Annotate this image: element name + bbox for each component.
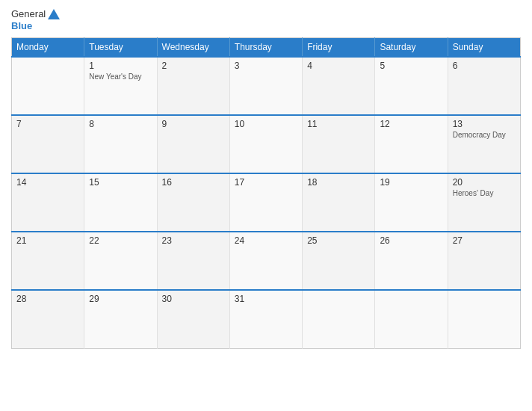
day-number: 21 bbox=[16, 235, 79, 246]
weekday-header-monday: Monday bbox=[12, 38, 84, 58]
day-number: 14 bbox=[16, 177, 79, 188]
calendar-cell: 7 bbox=[12, 115, 84, 173]
day-number: 31 bbox=[235, 294, 297, 304]
weekday-header-tuesday: Tuesday bbox=[84, 38, 157, 58]
calendar-cell: 10 bbox=[229, 115, 302, 173]
calendar-cell: 15 bbox=[84, 173, 157, 232]
calendar-cell: 20Heroes' Day bbox=[448, 173, 520, 232]
calendar-cell: 11 bbox=[303, 115, 375, 173]
week-row-1: 1New Year's Day23456 bbox=[12, 57, 521, 115]
calendar-cell: 23 bbox=[157, 232, 229, 290]
calendar-cell: 1New Year's Day bbox=[84, 57, 157, 115]
day-number: 12 bbox=[380, 119, 442, 129]
day-number: 13 bbox=[453, 119, 516, 129]
day-number: 2 bbox=[162, 61, 225, 71]
calendar-cell bbox=[448, 290, 520, 348]
calendar-page: General Blue MondayTuesdayWednesdayThurs… bbox=[0, 0, 532, 411]
day-number: 26 bbox=[380, 235, 442, 246]
weekday-header-friday: Friday bbox=[303, 38, 375, 58]
calendar-cell: 22 bbox=[84, 232, 157, 290]
week-row-3: 14151617181920Heroes' Day bbox=[12, 173, 521, 232]
weekday-row: MondayTuesdayWednesdayThursdayFridaySatu… bbox=[12, 38, 521, 58]
calendar-cell: 13Democracy Day bbox=[448, 115, 520, 173]
day-number: 3 bbox=[235, 61, 297, 71]
holiday-name: New Year's Day bbox=[89, 72, 152, 81]
calendar-cell: 18 bbox=[303, 173, 375, 232]
calendar-cell: 25 bbox=[303, 232, 375, 290]
calendar-cell: 6 bbox=[448, 57, 520, 115]
day-number: 5 bbox=[380, 61, 442, 71]
weekday-header-saturday: Saturday bbox=[375, 38, 448, 58]
day-number: 20 bbox=[453, 177, 516, 188]
calendar-cell: 26 bbox=[375, 232, 448, 290]
calendar-cell: 14 bbox=[12, 173, 84, 232]
calendar-header: MondayTuesdayWednesdayThursdayFridaySatu… bbox=[12, 38, 521, 58]
calendar-cell: 19 bbox=[375, 173, 448, 232]
calendar-cell: 27 bbox=[448, 232, 520, 290]
day-number: 7 bbox=[16, 119, 79, 129]
logo-general-text: General bbox=[11, 9, 46, 19]
calendar-cell: 5 bbox=[375, 57, 448, 115]
weekday-header-wednesday: Wednesday bbox=[157, 38, 229, 58]
holiday-name: Heroes' Day bbox=[453, 189, 516, 197]
calendar-cell: 8 bbox=[84, 115, 157, 173]
day-number: 1 bbox=[89, 61, 152, 71]
day-number: 22 bbox=[89, 235, 152, 246]
day-number: 11 bbox=[307, 119, 370, 129]
day-number: 27 bbox=[453, 235, 516, 246]
day-number: 15 bbox=[89, 177, 152, 188]
day-number: 16 bbox=[162, 177, 225, 188]
calendar-cell: 31 bbox=[229, 290, 302, 348]
day-number: 24 bbox=[235, 235, 297, 246]
logo-triangle-icon bbox=[47, 7, 61, 21]
weekday-header-thursday: Thursday bbox=[229, 38, 302, 58]
calendar-cell: 30 bbox=[157, 290, 229, 348]
day-number: 23 bbox=[162, 235, 225, 246]
calendar-cell: 2 bbox=[157, 57, 229, 115]
calendar-cell: 24 bbox=[229, 232, 302, 290]
day-number: 9 bbox=[162, 119, 225, 129]
calendar-cell: 17 bbox=[229, 173, 302, 232]
calendar-table: MondayTuesdayWednesdayThursdayFridaySatu… bbox=[11, 37, 521, 349]
weekday-header-sunday: Sunday bbox=[448, 38, 520, 58]
day-number: 6 bbox=[453, 61, 516, 71]
header: General Blue bbox=[11, 7, 521, 31]
calendar-cell: 3 bbox=[229, 57, 302, 115]
calendar-cell bbox=[12, 57, 84, 115]
calendar-cell: 21 bbox=[12, 232, 84, 290]
calendar-cell bbox=[303, 290, 375, 348]
day-number: 10 bbox=[235, 119, 297, 129]
holiday-name: Democracy Day bbox=[453, 131, 516, 139]
day-number: 30 bbox=[162, 294, 225, 304]
calendar-cell: 28 bbox=[12, 290, 84, 348]
day-number: 17 bbox=[235, 177, 297, 188]
calendar-cell: 4 bbox=[303, 57, 375, 115]
day-number: 19 bbox=[380, 177, 442, 188]
day-number: 25 bbox=[307, 235, 370, 246]
day-number: 18 bbox=[307, 177, 370, 188]
week-row-5: 28293031 bbox=[12, 290, 521, 348]
calendar-cell: 12 bbox=[375, 115, 448, 173]
calendar-cell: 16 bbox=[157, 173, 229, 232]
day-number: 4 bbox=[307, 61, 370, 71]
calendar-cell: 29 bbox=[84, 290, 157, 348]
week-row-2: 78910111213Democracy Day bbox=[12, 115, 521, 173]
svg-marker-0 bbox=[48, 9, 60, 19]
day-number: 28 bbox=[16, 294, 79, 304]
calendar-body: 1New Year's Day2345678910111213Democracy… bbox=[12, 57, 521, 348]
calendar-cell bbox=[375, 290, 448, 348]
day-number: 8 bbox=[89, 119, 152, 129]
logo-blue-text: Blue bbox=[11, 21, 32, 31]
week-row-4: 21222324252627 bbox=[12, 232, 521, 290]
day-number: 29 bbox=[89, 294, 152, 304]
calendar-cell: 9 bbox=[157, 115, 229, 173]
logo: General Blue bbox=[11, 7, 61, 31]
